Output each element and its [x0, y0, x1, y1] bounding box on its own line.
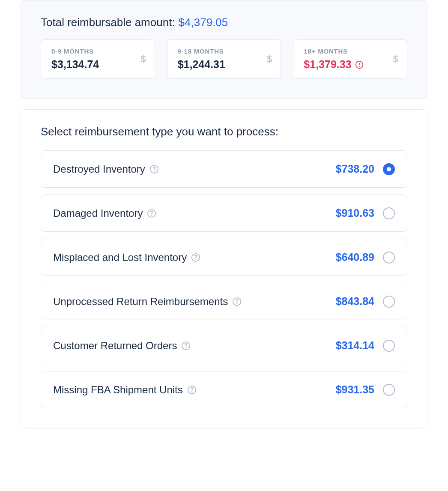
type-label: Damaged Inventory [53, 207, 143, 219]
type-label: Unprocessed Return Reimbursements [53, 296, 228, 308]
card-value: $1,379.33 [304, 58, 397, 71]
radio-unselected[interactable] [383, 251, 395, 263]
type-left: Missing FBA Shipment Units [53, 384, 197, 396]
type-item-misplaced-lost[interactable]: Misplaced and Lost Inventory $640.89 [41, 239, 407, 276]
type-left: Misplaced and Lost Inventory [53, 251, 200, 263]
card-9-18-months[interactable]: 9-18 MONTHS $1,244.31 $ [167, 39, 281, 79]
type-label: Missing FBA Shipment Units [53, 384, 183, 396]
dollar-icon: $ [393, 54, 398, 65]
type-item-damaged-inventory[interactable]: Damaged Inventory $910.63 [41, 195, 407, 232]
radio-unselected[interactable] [383, 384, 395, 396]
type-right: $314.14 [336, 339, 395, 352]
svg-point-10 [237, 303, 237, 304]
type-item-destroyed-inventory[interactable]: Destroyed Inventory $738.20 [41, 150, 407, 188]
radio-selected[interactable] [383, 163, 395, 175]
type-left: Customer Returned Orders [53, 340, 191, 352]
type-left: Destroyed Inventory [53, 163, 159, 175]
svg-point-12 [186, 347, 186, 348]
type-amount: $640.89 [336, 251, 374, 263]
type-right: $738.20 [336, 163, 395, 175]
card-value-text: $1,379.33 [304, 58, 351, 71]
help-icon[interactable] [147, 209, 156, 218]
types-panel: Select reimbursement type you want to pr… [21, 109, 427, 428]
cards-row: 0-9 MONTHS $3,134.74 $ 9-18 MONTHS $1,24… [41, 39, 407, 79]
type-amount: $931.35 [336, 383, 374, 396]
card-label: 18+ MONTHS [304, 48, 397, 55]
type-item-missing-fba[interactable]: Missing FBA Shipment Units $931.35 [41, 371, 407, 408]
total-row: Total reimbursable amount: $4,379.05 [41, 16, 407, 29]
type-amount: $910.63 [336, 207, 374, 219]
radio-unselected[interactable] [383, 207, 395, 219]
radio-unselected[interactable] [383, 340, 395, 352]
total-amount: $4,379.05 [179, 16, 228, 29]
svg-point-6 [152, 215, 152, 216]
type-label: Misplaced and Lost Inventory [53, 251, 187, 263]
dollar-icon: $ [140, 54, 146, 65]
summary-panel: Total reimbursable amount: $4,379.05 0-9… [21, 0, 427, 99]
type-amount: $843.84 [336, 295, 374, 308]
type-item-unprocessed-returns[interactable]: Unprocessed Return Reimbursements $843.8… [41, 283, 407, 320]
help-icon[interactable] [187, 385, 197, 395]
svg-point-2 [359, 66, 359, 66]
svg-point-14 [191, 392, 192, 392]
card-label: 0-9 MONTHS [51, 48, 144, 55]
card-18-plus-months[interactable]: 18+ MONTHS $1,379.33 $ [293, 39, 407, 79]
type-amount: $314.14 [336, 339, 374, 352]
type-item-customer-returned[interactable]: Customer Returned Orders $314.14 [41, 327, 407, 364]
svg-point-4 [154, 171, 154, 171]
type-label: Destroyed Inventory [53, 163, 145, 175]
type-left: Damaged Inventory [53, 207, 156, 219]
card-value: $1,244.31 [178, 58, 271, 71]
help-icon[interactable] [181, 341, 191, 350]
card-0-9-months[interactable]: 0-9 MONTHS $3,134.74 $ [41, 39, 155, 79]
help-icon[interactable] [191, 253, 200, 262]
type-right: $910.63 [336, 207, 395, 219]
card-label: 9-18 MONTHS [178, 48, 271, 55]
type-amount: $738.20 [336, 163, 374, 175]
type-right: $640.89 [336, 251, 395, 263]
alert-icon [355, 60, 364, 69]
total-label: Total reimbursable amount: [41, 16, 175, 29]
type-right: $843.84 [336, 295, 395, 308]
section-title: Select reimbursement type you want to pr… [41, 125, 407, 138]
radio-unselected[interactable] [383, 296, 395, 308]
type-list: Destroyed Inventory $738.20 Damaged Inve… [41, 150, 407, 408]
svg-point-8 [196, 259, 196, 260]
help-icon[interactable] [232, 297, 242, 306]
card-value: $3,134.74 [51, 58, 144, 71]
type-label: Customer Returned Orders [53, 340, 177, 352]
help-icon[interactable] [149, 165, 159, 174]
dollar-icon: $ [267, 54, 272, 65]
type-left: Unprocessed Return Reimbursements [53, 296, 242, 308]
type-right: $931.35 [336, 383, 395, 396]
